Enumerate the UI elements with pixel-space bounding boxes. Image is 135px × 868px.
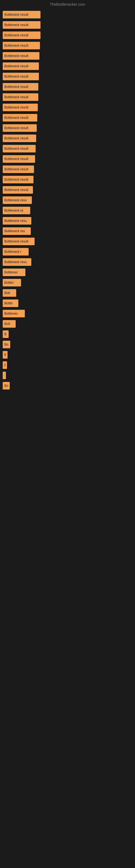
bar-label: Bottleneck result bbox=[4, 44, 28, 48]
bottleneck-bar: I bbox=[3, 372, 6, 379]
bottleneck-bar: Bottleneck result bbox=[3, 165, 34, 173]
bottleneck-bar: B bbox=[3, 351, 8, 359]
bottleneck-bar: Bottleneck result bbox=[3, 21, 41, 29]
bottleneck-bar: Bottler bbox=[3, 279, 21, 286]
bar-label: Bottleneck result bbox=[4, 126, 28, 130]
bar-label: Bottleneck res bbox=[4, 229, 25, 233]
bar-item: Bottleneck result bbox=[3, 185, 132, 195]
bar-label: Bott bbox=[4, 322, 10, 326]
bar-item: Bottleneck res bbox=[3, 226, 132, 236]
bottleneck-bar: Bottleneck result bbox=[3, 155, 35, 163]
bar-item: Bottler bbox=[3, 278, 132, 287]
site-title: TheBottlenecker.com bbox=[0, 0, 135, 8]
bar-item: Bottleneck result bbox=[3, 92, 132, 102]
bottleneck-bar: Bottleneck r bbox=[3, 248, 29, 255]
bar-item: Bottleneck resu bbox=[3, 216, 132, 226]
bar-label: B bbox=[4, 332, 6, 336]
bottleneck-bar: Bottleneck result bbox=[3, 124, 37, 132]
bottleneck-bar: Bottlenec bbox=[3, 269, 26, 276]
bar-label: B bbox=[4, 363, 5, 367]
bar-item: Bottle bbox=[3, 299, 132, 308]
bottleneck-bar: Bottleneck resu bbox=[3, 217, 31, 225]
bar-item: Bottleneck result bbox=[3, 20, 132, 30]
bar-item: Bo bbox=[3, 381, 132, 391]
bar-item: Bott bbox=[3, 319, 132, 329]
bar-item: Bottleneck result bbox=[3, 113, 132, 123]
bottleneck-bar: Bottleneck result bbox=[3, 83, 38, 91]
bar-item: Bottleneck result bbox=[3, 51, 132, 61]
bar-label: Bottle bbox=[4, 301, 13, 305]
bar-label: Bottleneck result bbox=[4, 13, 28, 17]
bar-item: Bottleneck result bbox=[3, 41, 132, 51]
bar-label: Bottleneck result bbox=[4, 178, 28, 182]
bar-item: Bottleneck result bbox=[3, 237, 132, 246]
bar-label: Bottleneck result bbox=[4, 54, 28, 58]
bar-label: Bottleneck result bbox=[4, 74, 28, 79]
bar-label: Bottleneck result bbox=[4, 95, 28, 99]
bottleneck-bar: Bottleneck result bbox=[3, 186, 33, 194]
bar-label: Bottleneck result bbox=[4, 188, 28, 192]
bottleneck-bar: Bottleneck result bbox=[3, 134, 36, 142]
bar-item: I bbox=[3, 371, 132, 380]
bar-label: Bottleneck result bbox=[4, 116, 28, 120]
bar-item: Bottleneck result bbox=[3, 30, 132, 40]
bar-item: B bbox=[3, 350, 132, 360]
bottleneck-bar: Bo bbox=[3, 341, 10, 348]
bar-item: Bottlenec bbox=[3, 268, 132, 277]
bars-container: Bottleneck resultBottleneck resultBottle… bbox=[0, 8, 135, 393]
bottleneck-bar: Bottleneck result bbox=[3, 238, 35, 245]
bottleneck-bar: Bottleneck result bbox=[3, 42, 40, 50]
bar-label: Bottleneck result bbox=[4, 147, 28, 151]
bar-label: Bottleneck result bbox=[4, 23, 28, 27]
bar-item: Bottleneck resu bbox=[3, 195, 132, 205]
bottleneck-bar: Bott bbox=[3, 320, 16, 328]
bottleneck-bar: B bbox=[3, 330, 9, 338]
bar-label: Bottleneck result bbox=[4, 64, 28, 68]
bar-item: Bottlenec bbox=[3, 309, 132, 318]
bottleneck-bar: Bo bbox=[3, 382, 10, 390]
bar-item: Bottleneck result bbox=[3, 154, 132, 164]
bar-label: Bottleneck result bbox=[4, 157, 28, 161]
bottleneck-bar: Bottleneck result bbox=[3, 176, 34, 183]
bar-item: Bottleneck result bbox=[3, 72, 132, 82]
bar-label: Bott bbox=[4, 291, 10, 295]
bar-label: Bottleneck result bbox=[4, 33, 28, 37]
bottleneck-bar: Bottleneck resu bbox=[3, 258, 31, 266]
bar-item: Bottleneck result bbox=[3, 10, 132, 20]
bar-label: Bottleneck result bbox=[4, 105, 28, 109]
bar-label: Bottlenec bbox=[4, 312, 18, 315]
bar-item: Bottleneck result bbox=[3, 102, 132, 112]
bar-label: Bottler bbox=[4, 281, 14, 284]
bar-label: Bottleneck re bbox=[4, 209, 23, 212]
bottleneck-bar: Bottle bbox=[3, 300, 18, 307]
bar-item: Bottleneck result bbox=[3, 82, 132, 92]
bottleneck-bar: Bottleneck result bbox=[3, 62, 39, 70]
bar-item: Bottleneck result bbox=[3, 144, 132, 154]
bottleneck-bar: Bottleneck result bbox=[3, 93, 38, 101]
bottleneck-bar: Bottleneck result bbox=[3, 104, 38, 111]
bar-item: Bottleneck result bbox=[3, 133, 132, 143]
bottleneck-bar: Bottleneck result bbox=[3, 52, 39, 60]
bottleneck-bar: Bottleneck result bbox=[3, 31, 41, 39]
bar-label: Bottleneck result bbox=[4, 167, 28, 171]
bar-label: Bottleneck result bbox=[4, 240, 28, 243]
bar-label: B bbox=[4, 353, 6, 357]
bar-item: Bottleneck resu bbox=[3, 257, 132, 267]
bottleneck-bar: B bbox=[3, 361, 7, 369]
bar-label: Bo bbox=[4, 343, 8, 346]
bottleneck-bar: Bott bbox=[3, 289, 16, 297]
bar-label: Bottleneck resu bbox=[4, 260, 27, 264]
bar-item: B bbox=[3, 360, 132, 370]
bar-label: Bottleneck result bbox=[4, 136, 28, 140]
bottleneck-bar: Bottlenec bbox=[3, 310, 25, 317]
bar-label: Bottleneck resu bbox=[4, 219, 27, 223]
bottleneck-bar: Bottleneck re bbox=[3, 207, 30, 214]
bar-item: B bbox=[3, 329, 132, 339]
bar-label: Bottlenec bbox=[4, 271, 18, 274]
bar-item: Bott bbox=[3, 288, 132, 298]
bar-label: Bo bbox=[4, 384, 8, 388]
bar-item: Bottleneck re bbox=[3, 206, 132, 215]
bar-item: Bottleneck result bbox=[3, 164, 132, 174]
bar-label: Bottleneck result bbox=[4, 85, 28, 89]
bottleneck-bar: Bottleneck result bbox=[3, 73, 39, 80]
